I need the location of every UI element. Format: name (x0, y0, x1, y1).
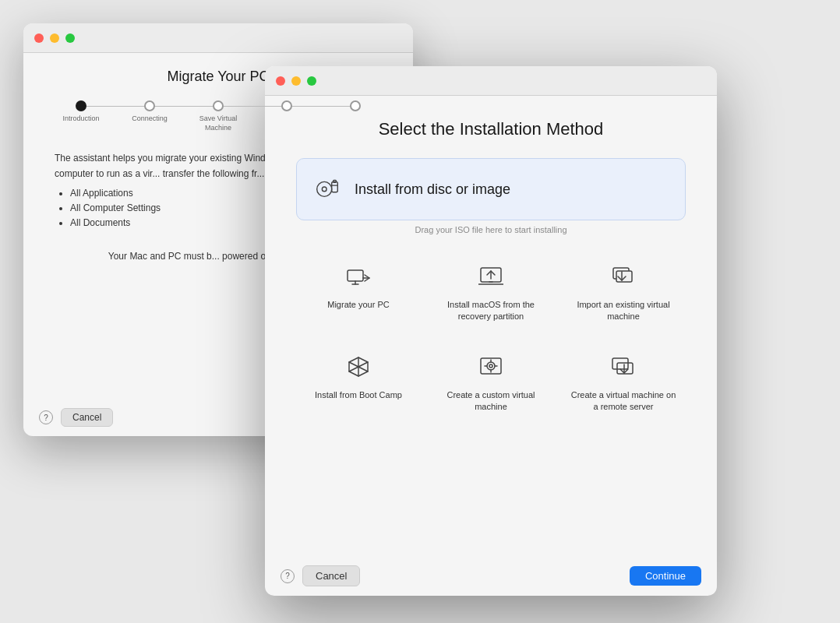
footer-left: ? Cancel (281, 565, 360, 586)
step-circle-4 (281, 100, 292, 111)
help-button-front[interactable]: ? (281, 569, 295, 583)
migrate-pc-icon (346, 264, 371, 293)
step-circle-2 (144, 100, 155, 111)
step-circle-5 (350, 100, 361, 111)
front-content: Select the Installation Method Install f… (265, 96, 717, 452)
migrate-pc-label: Migrate your PC (327, 299, 389, 311)
front-footer: ? Cancel Continue (265, 556, 717, 596)
continue-button[interactable]: Continue (630, 566, 701, 586)
step-line-1 (81, 106, 150, 107)
step-circle-3 (213, 100, 224, 111)
remote-server-icon (611, 354, 636, 383)
step-label-2: Connecting (132, 114, 168, 124)
custom-vm-icon (478, 354, 503, 383)
step-connecting: Connecting (115, 100, 184, 124)
maximize-button-front[interactable] (307, 76, 316, 86)
install-macos-label: Install macOS from the recovery partitio… (436, 299, 545, 323)
back-window-title: Migrate Your PC (167, 69, 269, 85)
step-line-2 (150, 106, 218, 107)
boot-camp-option[interactable]: Install from Boot Camp (296, 347, 421, 421)
cancel-button-back[interactable]: Cancel (61, 408, 113, 427)
install-macos-option[interactable]: Install macOS from the recovery partitio… (429, 256, 553, 331)
minimize-button-back[interactable] (50, 33, 59, 43)
step-label-3: Save Virtual Machine (195, 114, 242, 132)
maximize-button-back[interactable] (65, 33, 75, 43)
front-window: Select the Installation Method Install f… (265, 66, 717, 596)
svg-rect-18 (612, 358, 628, 369)
boot-camp-icon (346, 354, 371, 383)
svg-rect-2 (332, 181, 338, 192)
step-introduction: Introduction (47, 100, 115, 124)
close-button-front[interactable] (276, 76, 285, 86)
svg-point-17 (489, 364, 492, 368)
front-window-title: Select the Installation Method (379, 119, 604, 139)
boot-camp-label: Install from Boot Camp (315, 389, 402, 401)
custom-vm-option[interactable]: Create a custom virtual machine (429, 347, 553, 421)
disc-image-icon (312, 173, 342, 206)
front-titlebar (265, 66, 717, 96)
cancel-button-front[interactable]: Cancel (302, 565, 360, 586)
step-label-1: Introduction (62, 114, 99, 124)
custom-vm-label: Create a custom virtual machine (436, 389, 545, 414)
install-disc-label: Install from disc or image (355, 181, 510, 198)
svg-point-0 (317, 181, 332, 196)
import-vm-icon (611, 264, 636, 293)
minimize-button-front[interactable] (291, 76, 301, 86)
svg-point-1 (322, 187, 326, 192)
remote-server-label: Create a virtual machine on a remote ser… (569, 389, 678, 414)
install-macos-icon (478, 264, 503, 293)
step-line-4 (287, 106, 355, 107)
import-vm-option[interactable]: Import an existing virtual machine (561, 256, 686, 331)
help-button-back[interactable]: ? (39, 410, 53, 424)
import-vm-label: Import an existing virtual machine (569, 299, 678, 323)
svg-point-16 (487, 362, 495, 370)
step-circle-1 (76, 100, 86, 111)
drag-hint-text: Drag your ISO file here to start install… (415, 225, 566, 234)
back-titlebar (23, 23, 413, 53)
options-grid: Migrate your PC Install macOS from the r… (296, 256, 686, 421)
close-button-back[interactable] (34, 33, 44, 43)
migrate-pc-option[interactable]: Migrate your PC (296, 256, 421, 331)
remote-server-option[interactable]: Create a virtual machine on a remote ser… (561, 347, 686, 421)
install-disc-option[interactable]: Install from disc or image (296, 158, 686, 220)
step-line-3 (218, 106, 287, 107)
svg-rect-5 (348, 270, 363, 281)
